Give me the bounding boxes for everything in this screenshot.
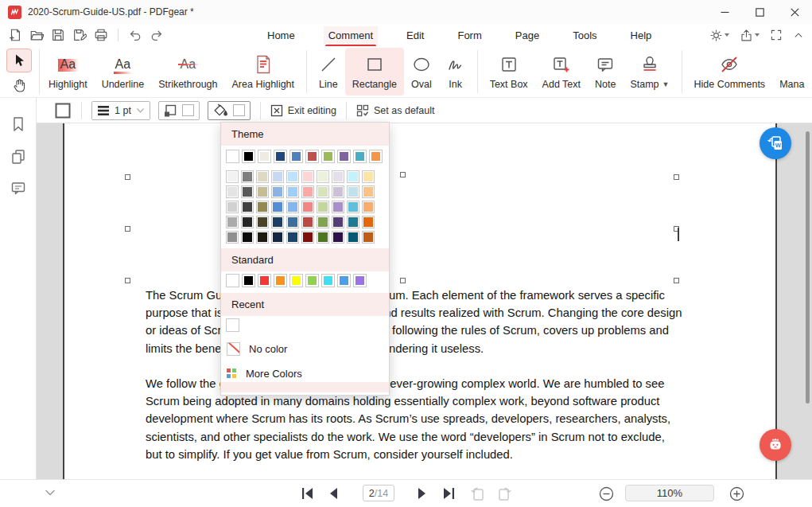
color-swatch[interactable] — [271, 170, 284, 183]
save-as-icon[interactable] — [72, 28, 87, 42]
color-swatch[interactable] — [286, 170, 299, 183]
strikethrough-button[interactable]: Aa Strikethrough — [151, 48, 224, 96]
manage-comments-button[interactable]: Mana — [772, 48, 811, 96]
color-swatch[interactable] — [258, 274, 271, 287]
color-swatch[interactable] — [321, 274, 335, 287]
set-as-default-button[interactable]: Set as default — [356, 104, 434, 117]
color-swatch[interactable] — [301, 201, 314, 213]
area-highlight-button[interactable]: Area Highlight — [225, 48, 302, 96]
underline-button[interactable]: Aa Underline — [95, 48, 152, 96]
menu-home[interactable]: Home — [262, 26, 300, 45]
page-thumbnails-icon[interactable] — [10, 147, 27, 165]
color-swatch[interactable] — [271, 201, 284, 213]
color-swatch[interactable] — [347, 216, 359, 228]
exit-editing-button[interactable]: Exit editing — [270, 104, 336, 117]
color-swatch[interactable] — [369, 150, 383, 163]
stamp-button[interactable]: Stamp▼ — [623, 48, 676, 96]
color-swatch[interactable] — [321, 150, 335, 163]
color-swatch[interactable] — [226, 231, 239, 244]
menu-edit[interactable]: Edit — [402, 26, 429, 45]
color-swatch[interactable] — [226, 150, 239, 163]
rotate-left-icon[interactable] — [471, 486, 486, 501]
color-swatch[interactable] — [332, 216, 344, 228]
color-swatch[interactable] — [274, 150, 287, 163]
ink-button[interactable]: Ink — [439, 48, 472, 96]
fullscreen-icon[interactable] — [770, 29, 783, 41]
color-swatch[interactable] — [347, 201, 359, 213]
color-swatch[interactable] — [362, 231, 375, 244]
color-swatch[interactable] — [301, 185, 314, 198]
color-swatch[interactable] — [362, 170, 375, 183]
comments-panel-icon[interactable] — [10, 179, 27, 197]
selection-handle-middle-left[interactable] — [125, 226, 130, 232]
menu-comment[interactable]: Comment — [324, 26, 378, 45]
no-color-option[interactable]: No color — [227, 342, 287, 356]
color-swatch[interactable] — [317, 170, 329, 183]
color-swatch[interactable] — [317, 201, 329, 213]
color-swatch[interactable] — [286, 231, 299, 244]
color-swatch[interactable] — [242, 150, 255, 163]
selection-handle-bottom-left[interactable] — [125, 278, 130, 283]
line-weight-dropdown[interactable]: 1 pt — [91, 101, 150, 120]
line-button[interactable]: Line — [312, 48, 345, 96]
rotate-right-icon[interactable] — [496, 486, 511, 501]
rectangle-button[interactable]: Rectangle — [345, 48, 404, 96]
theme-toggle-button[interactable] — [709, 29, 729, 42]
bookmarks-panel-icon[interactable] — [10, 115, 27, 133]
color-swatch[interactable] — [332, 185, 344, 198]
color-swatch[interactable] — [301, 231, 314, 244]
color-swatch[interactable] — [362, 185, 375, 198]
note-button[interactable]: Note — [588, 48, 623, 96]
color-swatch[interactable] — [258, 150, 271, 163]
color-swatch[interactable] — [301, 216, 314, 228]
share-button[interactable] — [740, 29, 760, 42]
color-swatch[interactable] — [241, 185, 254, 198]
color-swatch[interactable] — [332, 231, 344, 244]
color-swatch[interactable] — [317, 216, 329, 228]
color-swatch[interactable] — [286, 216, 299, 228]
color-swatch[interactable] — [256, 231, 269, 244]
color-swatch[interactable] — [226, 216, 239, 228]
color-swatch[interactable] — [305, 150, 319, 163]
color-swatch[interactable] — [226, 274, 239, 287]
color-swatch[interactable] — [226, 170, 239, 183]
color-swatch[interactable] — [353, 274, 367, 287]
menu-form[interactable]: Form — [453, 26, 486, 45]
previous-page-button[interactable] — [328, 487, 339, 500]
color-swatch[interactable] — [353, 150, 367, 163]
first-page-button[interactable] — [301, 487, 314, 500]
select-tool-button[interactable] — [6, 49, 32, 72]
page-number-input[interactable]: 2/14 — [363, 485, 394, 501]
collapse-ribbon-icon[interactable] — [793, 29, 804, 41]
color-swatch[interactable] — [271, 216, 284, 228]
color-swatch[interactable] — [362, 201, 375, 213]
color-swatch[interactable] — [347, 185, 359, 198]
next-page-button[interactable] — [417, 487, 428, 500]
color-swatch[interactable] — [305, 274, 319, 287]
color-swatch[interactable] — [347, 231, 359, 244]
color-swatch[interactable] — [286, 185, 299, 198]
color-swatch[interactable] — [256, 170, 269, 183]
color-swatch[interactable] — [242, 274, 255, 287]
selection-handle-top-left[interactable] — [125, 174, 130, 180]
color-swatch[interactable] — [289, 150, 303, 163]
vertical-scrollbar-thumb[interactable] — [806, 131, 810, 404]
collapse-sidebar-icon[interactable] — [45, 489, 56, 497]
document-viewport[interactable]: The Scrum Guide contains the definition … — [37, 123, 812, 479]
color-swatch[interactable] — [332, 201, 344, 213]
color-swatch[interactable] — [241, 170, 254, 183]
color-swatch[interactable] — [332, 170, 344, 183]
color-swatch[interactable] — [226, 201, 239, 213]
color-swatch[interactable] — [301, 170, 314, 183]
save-icon[interactable] — [51, 28, 65, 42]
menu-help[interactable]: Help — [626, 26, 657, 45]
menu-tools[interactable]: Tools — [568, 26, 601, 45]
shape-preview-icon[interactable] — [54, 102, 72, 119]
undo-icon[interactable] — [128, 28, 142, 42]
color-swatch[interactable] — [256, 185, 269, 198]
color-swatch[interactable] — [274, 274, 287, 287]
maximize-button[interactable] — [742, 0, 777, 24]
color-swatch[interactable] — [289, 274, 303, 287]
ai-assistant-button[interactable] — [760, 429, 791, 461]
last-page-button[interactable] — [442, 487, 456, 500]
